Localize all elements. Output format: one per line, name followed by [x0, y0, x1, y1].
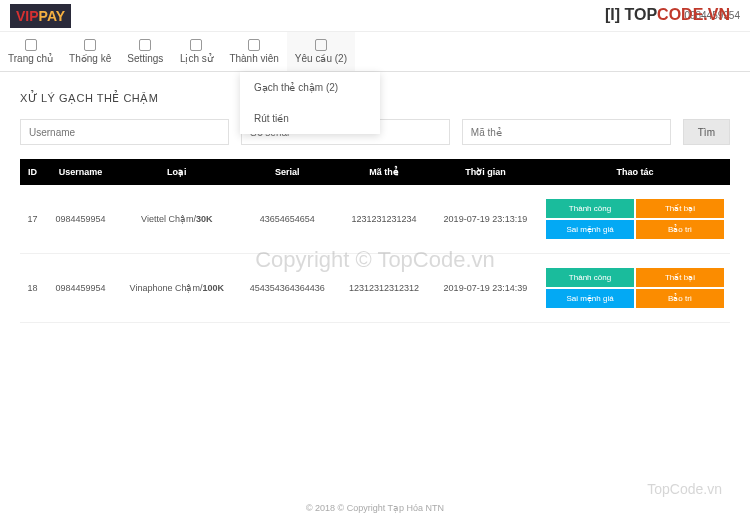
action-fail[interactable]: Thất bại	[636, 268, 724, 287]
action-success[interactable]: Thành công	[546, 268, 634, 287]
search-card[interactable]	[462, 119, 671, 145]
col-username: Username	[45, 159, 116, 185]
search-button[interactable]: Tìm	[683, 119, 730, 145]
cell-serial: 43654654654	[238, 185, 337, 254]
history-icon	[190, 39, 202, 51]
nav-history[interactable]: Lịch sử	[171, 32, 221, 71]
data-table: ID Username Loại Serial Mã thẻ Thời gian…	[20, 159, 730, 323]
action-success[interactable]: Thành công	[546, 199, 634, 218]
cell-time: 2019-07-19 23:13:19	[431, 185, 540, 254]
action-wrong[interactable]: Sai mệnh giá	[546, 220, 634, 239]
col-card: Mã thẻ	[337, 159, 431, 185]
stats-icon	[84, 39, 96, 51]
cell-time: 2019-07-19 23:14:39	[431, 254, 540, 323]
requests-icon	[315, 39, 327, 51]
dropdown-menu: Gạch thẻ chậm (2) Rút tiền	[240, 72, 380, 134]
cell-username: 0984459954	[45, 185, 116, 254]
nav-members[interactable]: Thành viên	[221, 32, 286, 71]
cell-id: 17	[20, 185, 45, 254]
watermark-bottom: TopCode.vn	[647, 481, 722, 497]
logo-vip: VIP	[16, 8, 39, 24]
cell-actions: Thành công Thất bại Sai mệnh giá Bảo trì	[540, 254, 730, 323]
cell-card: 12312312312312	[337, 254, 431, 323]
action-fail[interactable]: Thất bại	[636, 199, 724, 218]
cell-type: Viettel Chậm/30K	[116, 185, 238, 254]
nav-requests[interactable]: Yêu cầu (2)	[287, 32, 355, 71]
table-row: 17 0984459954 Viettel Chậm/30K 436546546…	[20, 185, 730, 254]
nav-settings[interactable]: Settings	[119, 32, 171, 71]
search-username[interactable]	[20, 119, 229, 145]
cell-serial: 454354364364436	[238, 254, 337, 323]
col-id: ID	[20, 159, 45, 185]
col-serial: Serial	[238, 159, 337, 185]
home-icon	[25, 39, 37, 51]
members-icon	[248, 39, 260, 51]
table-header-row: ID Username Loại Serial Mã thẻ Thời gian…	[20, 159, 730, 185]
col-actions: Thao tác	[540, 159, 730, 185]
cell-actions: Thành công Thất bại Sai mệnh giá Bảo trì	[540, 185, 730, 254]
nav-stats[interactable]: Thống kê	[61, 32, 119, 71]
watermark-top: [I] TOPCODE.VN	[605, 6, 730, 24]
col-time: Thời gian	[431, 159, 540, 185]
logo[interactable]: VIP PAY	[10, 4, 71, 28]
logo-pay: PAY	[39, 8, 65, 24]
col-type: Loại	[116, 159, 238, 185]
action-maint[interactable]: Bảo trì	[636, 220, 724, 239]
navbar: Trang chủ Thống kê Settings Lịch sử Thàn…	[0, 32, 750, 72]
cell-type: Vinaphone Chậm/100K	[116, 254, 238, 323]
dropdown-withdraw[interactable]: Rút tiền	[240, 103, 380, 134]
table-row: 18 0984459954 Vinaphone Chậm/100K 454354…	[20, 254, 730, 323]
cell-username: 0984459954	[45, 254, 116, 323]
cell-card: 1231231231234	[337, 185, 431, 254]
action-wrong[interactable]: Sai mệnh giá	[546, 289, 634, 308]
footer: © 2018 © Copyright Tạp Hóa NTN	[0, 503, 750, 513]
action-maint[interactable]: Bảo trì	[636, 289, 724, 308]
cell-id: 18	[20, 254, 45, 323]
settings-icon	[139, 39, 151, 51]
dropdown-slowcard[interactable]: Gạch thẻ chậm (2)	[240, 72, 380, 103]
nav-home[interactable]: Trang chủ	[0, 32, 61, 71]
